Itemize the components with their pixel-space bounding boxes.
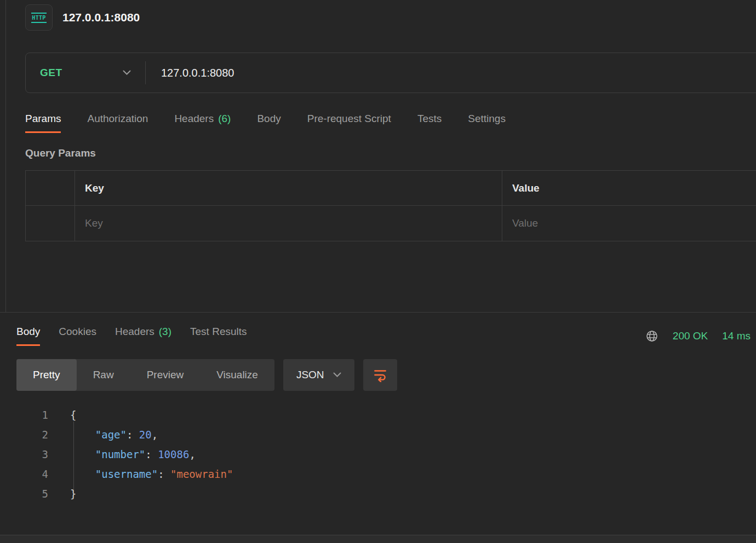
request-title: 127.0.0.1:8080	[62, 11, 140, 24]
code-line-content: }	[70, 488, 76, 500]
param-checkbox-header-cell	[26, 171, 75, 206]
wrap-lines-button[interactable]	[363, 359, 397, 391]
code-line: 1{	[16, 405, 756, 425]
param-value-header: Value	[502, 171, 756, 206]
response-tab-body[interactable]: Body	[16, 326, 40, 346]
format-label: JSON	[296, 369, 324, 381]
http-request-icon: HTTP	[25, 4, 53, 31]
response-time: 14 ms	[722, 330, 751, 342]
tab-count: (6)	[218, 113, 231, 124]
line-number: 5	[16, 488, 48, 500]
response-tab-headers[interactable]: Headers(3)	[115, 326, 171, 346]
param-key-header: Key	[75, 171, 502, 206]
tab-label: Authorization	[87, 113, 148, 124]
request-tab-body[interactable]: Body	[257, 113, 280, 133]
code-line-content: {	[70, 409, 76, 421]
wrap-lines-icon	[373, 368, 388, 382]
url-input[interactable]	[146, 53, 756, 93]
query-params-table: Key Value Key Value	[25, 170, 756, 241]
query-params-title: Query Params	[25, 147, 756, 159]
request-tabs: ParamsAuthorizationHeaders(6)BodyPre-req…	[25, 113, 756, 133]
response-body-code: 1{2 "age": 20,3 "number": 10086,4 "usern…	[16, 405, 756, 504]
response-view-tabs: PrettyRawPreviewVisualize	[16, 359, 274, 391]
chevron-down-icon	[333, 372, 341, 378]
request-pane: HTTP 127.0.0.1:8080 GET ParamsAuthorizat…	[5, 0, 756, 312]
http-icon-glyph: HTTP	[31, 13, 46, 23]
code-line-content: "number": 10086,	[70, 448, 196, 460]
tab-label: Params	[25, 113, 61, 124]
line-number: 1	[16, 409, 48, 421]
request-tab-authorization[interactable]: Authorization	[87, 113, 148, 133]
response-meta: 200 OK 14 ms	[645, 330, 751, 343]
view-tab-pretty[interactable]: Pretty	[16, 359, 77, 391]
request-tab-headers[interactable]: Headers(6)	[174, 113, 231, 133]
line-number: 3	[16, 448, 48, 460]
tab-count: (3)	[159, 326, 171, 337]
tab-label: Settings	[468, 113, 506, 124]
response-view-bar: PrettyRawPreviewVisualize JSON	[16, 359, 756, 391]
view-tab-visualize[interactable]: Visualize	[200, 359, 274, 391]
request-tab-pre-request-script[interactable]: Pre-request Script	[307, 113, 391, 133]
chevron-down-icon	[123, 70, 131, 76]
code-line-content: "username": "meowrain"	[70, 468, 233, 480]
request-url-bar: GET	[25, 53, 756, 93]
status-bar	[0, 535, 756, 543]
request-tab-params[interactable]: Params	[25, 113, 61, 133]
line-number: 4	[16, 468, 48, 480]
format-dropdown[interactable]: JSON	[283, 359, 354, 391]
code-lines: 1{2 "age": 20,3 "number": 10086,4 "usern…	[16, 405, 756, 504]
request-tab-settings[interactable]: Settings	[468, 113, 506, 133]
response-tab-test-results[interactable]: Test Results	[190, 326, 247, 346]
request-tab-tests[interactable]: Tests	[417, 113, 442, 133]
code-line: 5}	[16, 484, 756, 504]
method-label: GET	[40, 67, 62, 79]
request-header: HTTP 127.0.0.1:8080	[25, 0, 756, 31]
network-info-button[interactable]	[645, 330, 658, 343]
status-badge: 200 OK	[673, 330, 708, 342]
tab-label: Headers	[174, 113, 214, 124]
tab-label: Body	[16, 326, 40, 337]
line-number: 2	[16, 429, 48, 441]
param-checkbox-cell	[26, 206, 75, 241]
tab-label: Pre-request Script	[307, 113, 391, 124]
response-tabs: BodyCookiesHeaders(3)Test Results	[16, 326, 247, 346]
tab-label: Tests	[417, 113, 442, 124]
code-line: 3 "number": 10086,	[16, 444, 756, 464]
view-tab-raw[interactable]: Raw	[77, 359, 130, 391]
tab-label: Cookies	[59, 326, 96, 337]
code-line: 2 "age": 20,	[16, 425, 756, 444]
response-tab-cookies[interactable]: Cookies	[59, 326, 96, 346]
code-line: 4 "username": "meowrain"	[16, 464, 756, 484]
tab-label: Headers	[115, 326, 154, 337]
response-tabs-row: BodyCookiesHeaders(3)Test Results 200 OK…	[16, 313, 756, 346]
param-value-input[interactable]: Value	[502, 206, 756, 241]
globe-icon	[645, 330, 658, 343]
tab-label: Body	[257, 113, 280, 124]
method-dropdown[interactable]: GET	[26, 53, 145, 93]
param-key-input[interactable]: Key	[75, 206, 502, 241]
response-pane: BodyCookiesHeaders(3)Test Results 200 OK…	[0, 312, 756, 535]
view-tab-preview[interactable]: Preview	[130, 359, 201, 391]
code-line-content: "age": 20,	[70, 429, 158, 441]
tab-label: Test Results	[190, 326, 247, 337]
